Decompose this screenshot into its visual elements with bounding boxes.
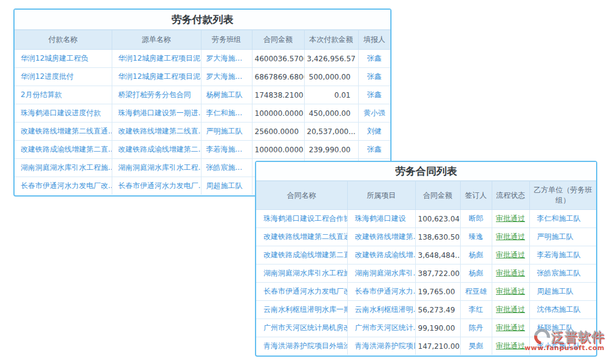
col-header-labor-team: 劳务班组 bbox=[201, 30, 252, 50]
signer-link[interactable]: 杨彪 bbox=[460, 265, 492, 283]
contract-header-row: 合同名称 所属项目 合同金额 签订人 流程状态 乙方单位（劳务班组） bbox=[256, 181, 596, 210]
contract-name-link[interactable]: 改建铁路线增建第二线直通... bbox=[256, 228, 347, 246]
labor-team-link[interactable]: 罗大海施... bbox=[201, 68, 252, 86]
table-row: 2月份结算款 桥梁打桩劳务分包合同 杨树施工队 174838.2100 0.01… bbox=[15, 86, 390, 104]
contract-panel-title: 劳务合同列表 bbox=[256, 162, 596, 181]
signer-link[interactable]: 臻逸 bbox=[460, 228, 492, 246]
table-row: 湖南洞庭湖水库引水工程施... 湖南洞庭湖水库引... 387,722.00 杨… bbox=[256, 265, 596, 283]
reporter-link[interactable]: 张鑫 bbox=[358, 141, 390, 159]
contract-amount-value: 387,722.00 bbox=[415, 265, 460, 283]
party-b-link[interactable]: 严明施工队 bbox=[529, 228, 596, 246]
contract-name-link[interactable]: 广州市天河区统计局机房改... bbox=[256, 319, 347, 337]
source-doc-link[interactable]: 改建铁路线增建第二线直... bbox=[112, 123, 201, 141]
contract-amount-value: 100000.0000 bbox=[252, 104, 304, 123]
labor-team-link[interactable]: 张皓宸施... bbox=[201, 159, 252, 177]
table-row: 珠海鹤港口建设工程合作协... 珠海鹤港口建设 100,623.04 断郎 审批… bbox=[256, 210, 596, 228]
source-doc-link[interactable]: 湖南洞庭湖水库引水工程... bbox=[112, 159, 201, 177]
contract-amount-value: 19,765.00 bbox=[415, 283, 460, 301]
payment-name-link[interactable]: 改建铁路线增建第二线直通... bbox=[15, 123, 112, 141]
flow-status-link[interactable]: 审批通过 bbox=[492, 246, 529, 265]
contract-name-link[interactable]: 云南水利枢纽潜明水库一期... bbox=[256, 301, 347, 319]
flow-status-link[interactable]: 审批通过 bbox=[492, 210, 529, 228]
col-header-contract-name: 合同名称 bbox=[256, 181, 347, 210]
project-link[interactable]: 湖南洞庭湖水库引... bbox=[347, 265, 415, 283]
payment-name-link[interactable]: 珠海鹤港口建设进度付款 bbox=[15, 104, 112, 123]
contract-name-link[interactable]: 改建铁路成渝线增建第二直... bbox=[256, 246, 347, 265]
reporter-link[interactable]: 黄小强 bbox=[358, 104, 390, 123]
payment-amount-value: 0.01 bbox=[304, 86, 358, 104]
party-b-link[interactable]: 李若海施工队 bbox=[529, 246, 596, 265]
flow-status-link[interactable]: 审批通过 bbox=[492, 283, 529, 301]
reporter-link[interactable]: 张鑫 bbox=[358, 86, 390, 104]
labor-team-link[interactable]: 罗大海施... bbox=[201, 50, 252, 68]
payment-amount-value: 239,990.00 bbox=[304, 141, 358, 159]
labor-team-link[interactable]: 严明施工队 bbox=[201, 123, 252, 141]
project-link[interactable]: 长春市伊通河水力... bbox=[347, 283, 415, 301]
col-header-contract-amount: 合同金额 bbox=[252, 30, 304, 50]
payment-panel-title: 劳务付款列表 bbox=[15, 10, 390, 30]
payment-amount-value: 500,000.00 bbox=[304, 68, 358, 86]
desktop-background: 劳务付款列表 付款名称 源单名称 劳务班组 合同金额 本次付款金额 填报人 华润… bbox=[0, 0, 607, 364]
reporter-link[interactable]: 张鑫 bbox=[358, 50, 390, 68]
fanpu-watermark: 泛普软件 www.fanpusoft.com bbox=[522, 328, 605, 352]
party-b-link[interactable]: 张皓宸施工队 bbox=[529, 265, 596, 283]
labor-team-link[interactable]: 杨树施工队 bbox=[201, 86, 252, 104]
project-link[interactable]: 改建铁路成渝线增... bbox=[347, 246, 415, 265]
source-doc-link[interactable]: 华润12城房建工程项目泥... bbox=[112, 68, 201, 86]
payment-name-link[interactable]: 改建铁路成渝线增建第二直... bbox=[15, 141, 112, 159]
reporter-link[interactable]: 张鑫 bbox=[358, 68, 390, 86]
col-header-party-b: 乙方单位（劳务班组） bbox=[529, 181, 596, 210]
payment-name-link[interactable]: 2月份结算款 bbox=[15, 86, 112, 104]
contract-name-link[interactable]: 湖南洞庭湖水库引水工程施... bbox=[256, 265, 347, 283]
party-b-link[interactable]: 沈伟杰施工队 bbox=[529, 301, 596, 319]
party-b-link[interactable]: 周超施工队 bbox=[529, 283, 596, 301]
labor-team-link[interactable]: 李仁和施... bbox=[201, 104, 252, 123]
signer-link[interactable]: 昊彪 bbox=[460, 337, 492, 356]
project-link[interactable]: 云南水利枢纽潜明... bbox=[347, 301, 415, 319]
project-link[interactable]: 改建铁路线增建第... bbox=[347, 228, 415, 246]
reporter-link[interactable]: 刘健 bbox=[358, 123, 390, 141]
signer-link[interactable]: 程亚雄 bbox=[460, 283, 492, 301]
flow-status-link[interactable]: 审批通过 bbox=[492, 301, 529, 319]
signer-link[interactable]: 杨彪 bbox=[460, 246, 492, 265]
payment-name-link[interactable]: 华润12城房建工程负 bbox=[15, 50, 112, 68]
contract-name-link[interactable]: 长春市伊通河水力发电厂改... bbox=[256, 283, 347, 301]
contract-amount-value: 100000.0000 bbox=[252, 141, 304, 159]
contract-amount-value: 3,648,484... bbox=[415, 246, 460, 265]
source-doc-link[interactable]: 珠海鹤港口建设第一期进... bbox=[112, 104, 201, 123]
payment-name-link[interactable]: 湖南洞庭湖水库引水工程施... bbox=[15, 159, 112, 177]
source-doc-link[interactable]: 桥梁打桩劳务分包合同 bbox=[112, 86, 201, 104]
signer-link[interactable]: 李红 bbox=[460, 301, 492, 319]
col-header-signer: 签订人 bbox=[460, 181, 492, 210]
labor-team-link[interactable]: 周超施工队 bbox=[201, 177, 252, 195]
col-header-project: 所属项目 bbox=[347, 181, 415, 210]
party-b-link[interactable]: 李仁和施工队 bbox=[529, 210, 596, 228]
payment-name-link[interactable]: 长春市伊通河水力发电厂改... bbox=[15, 177, 112, 195]
col-header-contract-amount: 合同金额 bbox=[415, 181, 460, 210]
col-header-reporter: 填报人 bbox=[358, 30, 390, 50]
source-doc-link[interactable]: 改建铁路成渝线增建第二... bbox=[112, 141, 201, 159]
flow-status-link[interactable]: 审批通过 bbox=[492, 265, 529, 283]
contract-amount-value: 56,273.49 bbox=[415, 301, 460, 319]
project-link[interactable]: 青海洪湖养护院项目 bbox=[347, 337, 415, 356]
contract-amount-value: 138,630.50 bbox=[415, 228, 460, 246]
table-row: 长春市伊通河水力发电厂改... 长春市伊通河水力... 19,765.00 程亚… bbox=[256, 283, 596, 301]
col-header-source-doc: 源单名称 bbox=[112, 30, 201, 50]
payment-amount-value: 3,426,956.57 bbox=[304, 50, 358, 68]
contract-name-link[interactable]: 青海洪湖养护院项目外墙涂... bbox=[256, 337, 347, 356]
signer-link[interactable]: 陈丹 bbox=[460, 319, 492, 337]
source-doc-link[interactable]: 长春市伊通河水力发电厂... bbox=[112, 177, 201, 195]
payment-name-link[interactable]: 华润12进度批付 bbox=[15, 68, 112, 86]
project-link[interactable]: 珠海鹤港口建设 bbox=[347, 210, 415, 228]
signer-link[interactable]: 断郎 bbox=[460, 210, 492, 228]
contract-name-link[interactable]: 珠海鹤港口建设工程合作协... bbox=[256, 210, 347, 228]
flow-status-link[interactable]: 审批通过 bbox=[492, 228, 529, 246]
project-link[interactable]: 广州市天河区统计... bbox=[347, 319, 415, 337]
table-row: 珠海鹤港口建设进度付款 珠海鹤港口建设第一期进... 李仁和施... 10000… bbox=[15, 104, 390, 123]
table-row: 云南水利枢纽潜明水库一期... 云南水利枢纽潜明... 56,273.49 李红… bbox=[256, 301, 596, 319]
labor-team-link[interactable]: 李若海施... bbox=[201, 141, 252, 159]
contract-amount-value: 100,623.04 bbox=[415, 210, 460, 228]
table-row: 华润12进度批付 华润12城房建工程项目泥... 罗大海施... 6867869… bbox=[15, 68, 390, 86]
source-doc-link[interactable]: 华润12城房建工程项目泥... bbox=[112, 50, 201, 68]
contract-amount-value: 6867869.6800 bbox=[252, 68, 304, 86]
